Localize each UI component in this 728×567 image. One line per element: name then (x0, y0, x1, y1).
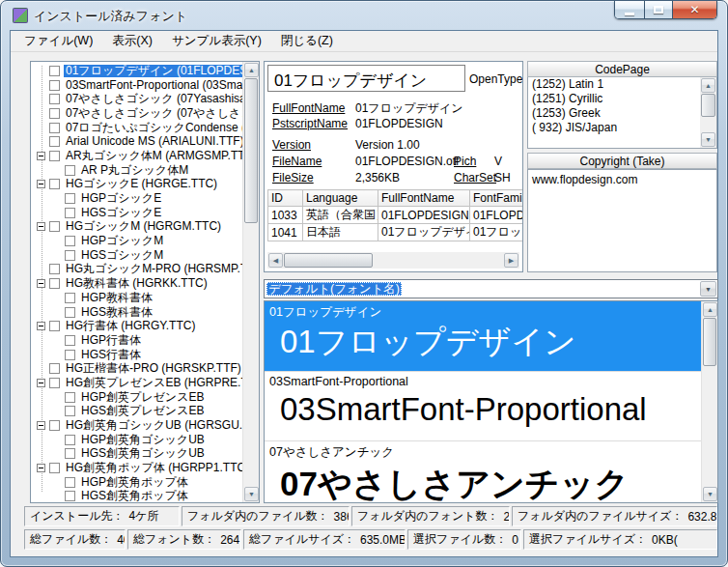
table-column-header[interactable]: ID (268, 190, 303, 207)
tree-item[interactable]: HGS創英プレゼンスEB (31, 405, 242, 419)
tree-item[interactable]: HGP創英プレゼンスEB (31, 390, 242, 405)
tree-item-checkbox[interactable] (49, 321, 60, 331)
menu-item[interactable]: 閉じる(Z) (271, 30, 343, 52)
codepage-item[interactable]: (1251) Cyrillic (528, 92, 716, 106)
collapse-icon[interactable] (37, 421, 45, 430)
tree-item[interactable]: HGP教科書体 (31, 291, 242, 305)
close-button[interactable]: ✕ (672, 1, 716, 18)
tree-item-checkbox[interactable] (49, 221, 60, 232)
tree-item-checkbox[interactable] (65, 448, 75, 459)
table-column-header[interactable]: Language (303, 190, 378, 207)
tree-item[interactable]: 07やさしさゴシック (07YasashisaGo (31, 92, 242, 106)
collapse-icon[interactable] (37, 279, 45, 288)
app-icon[interactable] (13, 8, 28, 23)
scroll-down-button[interactable]: ▼ (244, 487, 259, 501)
tree-item-checkbox[interactable] (65, 406, 75, 416)
tree-item[interactable]: HG創英角ゴシックUB (HGRSGU.TTC) (31, 418, 242, 433)
table-column-header[interactable]: FullFontName (378, 190, 470, 207)
menu-item[interactable]: サンプル表示(Y) (162, 30, 271, 52)
scrollbar-thumb[interactable] (701, 94, 715, 117)
tree-item[interactable]: HG行書体 (HGRGY.TTC) (31, 319, 242, 333)
tree-item[interactable]: HGP創英角ポップ体 (31, 475, 242, 490)
tree-item[interactable]: HGP行書体 (31, 333, 242, 348)
preview-item[interactable]: 03SmartFont-Proportional 03SmartFont-Pro… (265, 371, 701, 440)
tree-item[interactable]: HG正楷書体-PRO (HGRSKP.TTF) (31, 361, 242, 376)
tree-item[interactable]: 07ロゴたいぷゴシックCondense (ロゴた (31, 121, 242, 135)
preview-item[interactable]: 07やさしさアンチック 07やさしさアンチック (265, 440, 701, 502)
tree-item-checkbox[interactable] (49, 66, 60, 76)
sample-display-combobox[interactable]: デフォルト(フォント名) ▼ (264, 279, 718, 298)
tree-item-checkbox[interactable] (65, 491, 75, 501)
tree-item[interactable]: 07やさしさゴシック (07やさしさゴシックtt (31, 106, 242, 121)
scrollbar-thumb[interactable] (703, 318, 716, 366)
combobox-dropdown-button[interactable]: ▼ (700, 281, 716, 297)
scroll-up-button[interactable]: ▲ (244, 63, 259, 77)
tree-item[interactable]: HG創英角ポップ体 (HGRPP1.TTC) (31, 461, 242, 475)
scroll-up-button[interactable]: ▲ (701, 78, 715, 93)
tree-item[interactable]: HG丸ゴシックM-PRO (HGRSMP.TTF) (31, 263, 242, 277)
tree-item-checkbox[interactable] (49, 378, 60, 388)
tree-item-checkbox[interactable] (49, 420, 60, 431)
menu-item[interactable]: 表示(X) (102, 30, 162, 52)
preview-item[interactable]: 01フロップデザイン 01フロップデザイン (265, 301, 701, 371)
titlebar[interactable]: インストール済みフォント ✕ (1, 1, 727, 30)
tree-item-checkbox[interactable] (65, 293, 75, 303)
tree-item-checkbox[interactable] (49, 136, 60, 147)
collapse-icon[interactable] (37, 322, 45, 330)
scroll-right-button[interactable]: ▶ (504, 253, 518, 268)
minimize-button[interactable] (615, 1, 644, 18)
tree-item[interactable]: HG創英プレゼンスEB (HGRPRE.TTC) (31, 376, 242, 390)
scroll-up-button[interactable]: ▲ (703, 302, 717, 317)
tree-item-checkbox[interactable] (65, 435, 75, 445)
tree-item-checkbox[interactable] (49, 123, 60, 133)
table-row[interactable]: 1041 日本語 01フロップデザイン 01フロップデザイン (268, 224, 524, 241)
codepage-item[interactable]: (1252) Latin 1 (528, 77, 716, 92)
scroll-left-button[interactable]: ◀ (268, 253, 283, 268)
tree-item-checkbox[interactable] (65, 350, 75, 360)
tree-item[interactable]: Arial Unicode MS (ARIALUNI.TTF) (31, 134, 242, 149)
tree-item[interactable]: HGP創英角ゴシックUB (31, 433, 242, 447)
tree-item-checkbox[interactable] (65, 236, 75, 246)
collapse-icon[interactable] (37, 379, 45, 387)
tree-item-checkbox[interactable] (49, 151, 60, 161)
tree-item[interactable]: HGSゴシックM (31, 248, 242, 263)
tree-item[interactable]: HGS教科書体 (31, 305, 242, 320)
tree-item-checkbox[interactable] (65, 392, 75, 403)
tree-item-checkbox[interactable] (49, 363, 60, 374)
tree-item-checkbox[interactable] (65, 335, 75, 346)
tree-item[interactable]: HGS創英角ポップ体 (31, 490, 242, 502)
collapse-icon[interactable] (37, 180, 45, 188)
tree-item-checkbox[interactable] (65, 250, 75, 261)
tree-item-checkbox[interactable] (49, 463, 60, 473)
collapse-icon[interactable] (37, 222, 45, 231)
tree-item-checkbox[interactable] (49, 80, 60, 91)
tree-item[interactable]: HGS創英角ゴシックUB (31, 447, 242, 462)
tree-item[interactable]: HG教科書体 (HGRKK.TTC) (31, 276, 242, 291)
tree-item[interactable]: HGゴシックE (HGRGE.TTC) (31, 178, 242, 192)
tree-item[interactable]: 03SmartFont-Proportional (03Smar (31, 78, 242, 93)
tree-item[interactable]: HGPゴシックM (31, 234, 242, 248)
tree-item-checkbox[interactable] (65, 208, 75, 218)
tree-item[interactable]: HGSゴシックE (31, 206, 242, 220)
collapse-icon[interactable] (37, 464, 45, 472)
tree-item-checkbox[interactable] (49, 108, 60, 119)
tree-item-checkbox[interactable] (65, 307, 75, 318)
codepage-item[interactable]: (1253) Greek (528, 106, 716, 121)
font-name-box[interactable]: 01フロップデザイン (267, 65, 465, 92)
maximize-button[interactable] (644, 1, 672, 18)
table-column-header[interactable]: FontFamilyNa (470, 190, 524, 207)
codepage-item[interactable]: ( 932) JIS/Japan (528, 121, 716, 135)
tree-item[interactable]: HGS行書体 (31, 348, 242, 362)
tree-item-checkbox[interactable] (49, 264, 60, 274)
tree-item[interactable]: AR丸ゴシック体M (ARMGSMP.TTF) (31, 149, 242, 163)
tree-item-checkbox[interactable] (65, 477, 75, 488)
scroll-down-button[interactable]: ▼ (703, 487, 717, 501)
collapse-icon[interactable] (37, 152, 45, 160)
tree-item[interactable]: 01フロップデザイン (01FLOPDESIGN (31, 64, 242, 78)
scrollbar-thumb[interactable] (284, 253, 373, 268)
tree-item-checkbox[interactable] (65, 193, 75, 204)
tree-item[interactable]: HGゴシックM (HGRGM.TTC) (31, 220, 242, 235)
scroll-down-button[interactable]: ▼ (701, 132, 715, 147)
tree-item-checkbox[interactable] (49, 278, 60, 289)
tree-item-checkbox[interactable] (49, 179, 60, 189)
